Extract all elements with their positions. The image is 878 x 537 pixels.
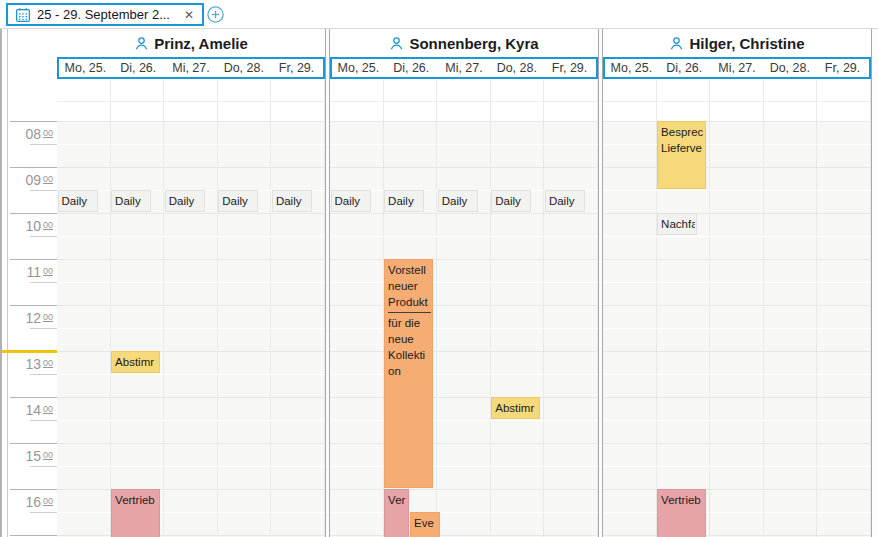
hour-label: 0800 <box>25 126 53 142</box>
hour-line <box>57 351 325 352</box>
hour-line <box>603 397 871 398</box>
subject-divider <box>388 312 431 313</box>
day-header-cell[interactable]: Mi, 27. <box>165 59 218 77</box>
day-header-cell[interactable]: Do, 28. <box>763 59 816 77</box>
hour-gridline <box>10 167 57 168</box>
day-header-cell[interactable]: Fr, 29. <box>543 59 596 77</box>
day-column[interactable] <box>603 80 657 537</box>
hour-line <box>330 213 598 214</box>
hour-line <box>57 489 325 490</box>
appointment-title: Vertrieb <box>115 492 158 508</box>
hour-line <box>57 167 325 168</box>
time-gutter: 080009001000110012001300140015001600 <box>8 29 58 537</box>
day-header-cell[interactable]: Mo, 25. <box>332 59 385 77</box>
hour-label: 1300 <box>25 356 53 372</box>
person-name: Sonnenberg, Kyra <box>409 35 538 52</box>
day-header-cell[interactable]: Mi, 27. <box>438 59 491 77</box>
day-header-cell[interactable]: Fr, 29. <box>816 59 869 77</box>
hour-line <box>57 397 325 398</box>
person-header: Prinz, Amelie <box>57 29 325 57</box>
day-column[interactable] <box>271 80 325 537</box>
day-header-cell[interactable]: Fr, 29. <box>270 59 323 77</box>
appointment[interactable]: Abstimr <box>491 397 540 419</box>
appointment[interactable]: Daily <box>331 190 371 212</box>
panel-splitter[interactable] <box>325 29 330 537</box>
day-column[interactable] <box>817 80 871 537</box>
half-hour-line <box>330 466 598 467</box>
work-hours-shading <box>164 121 217 537</box>
day-header-cell[interactable]: Do, 28. <box>490 59 543 77</box>
appointment[interactable]: Nachfas <box>657 213 697 235</box>
appointment-title: Daily <box>549 193 583 209</box>
day-column[interactable] <box>218 80 272 537</box>
appointment[interactable]: Daily <box>111 190 151 212</box>
hour-line <box>330 489 598 490</box>
calendar-tab[interactable]: 25 - 29. September 2... ✕ <box>6 3 204 26</box>
half-hour-line <box>603 282 871 283</box>
appointment[interactable]: Daily <box>165 190 205 212</box>
hour-line <box>603 489 871 490</box>
current-time-indicator <box>2 350 57 353</box>
half-hour-line <box>330 374 598 375</box>
panel-splitter[interactable] <box>598 29 603 537</box>
day-header-cell[interactable]: Mi, 27. <box>711 59 764 77</box>
half-hour-line <box>57 466 325 467</box>
work-hours-shading <box>437 121 490 537</box>
appointment[interactable]: Abstimr <box>111 351 160 373</box>
half-hour-line <box>330 282 598 283</box>
appointment-title: Vorstell <box>388 262 431 278</box>
appointment[interactable]: Daily <box>384 190 424 212</box>
half-hour-line <box>57 328 325 329</box>
day-header-cell[interactable]: Mo, 25. <box>605 59 658 77</box>
tab-title: 25 - 29. September 2... <box>37 7 170 22</box>
appointment[interactable]: BesprecLieferve <box>657 121 706 189</box>
hour-label: 1400 <box>25 402 53 418</box>
appointment-body: neue <box>388 331 431 347</box>
appointment[interactable]: Daily <box>438 190 478 212</box>
add-tab-button[interactable] <box>206 5 225 24</box>
work-hours-shading <box>330 121 383 537</box>
day-header-cell[interactable]: Di, 26. <box>658 59 711 77</box>
person-name: Hilger, Christine <box>689 35 804 52</box>
day-column[interactable] <box>437 80 491 537</box>
day-column[interactable] <box>491 80 545 537</box>
day-header-cell[interactable]: Di, 26. <box>385 59 438 77</box>
day-column[interactable] <box>710 80 764 537</box>
half-hour-line <box>57 101 325 102</box>
appointment[interactable]: VorstellneuerProduktfür dieneueKollektio… <box>384 259 433 488</box>
appointment[interactable]: Eve <box>410 512 440 537</box>
vertical-scrollbar[interactable] <box>872 29 878 537</box>
day-column[interactable] <box>330 80 384 537</box>
appointment-title: Produkt <box>388 294 431 310</box>
half-hour-tick <box>30 190 57 191</box>
appointment[interactable]: Daily <box>218 190 258 212</box>
hour-gridline <box>10 397 57 398</box>
half-hour-line <box>603 420 871 421</box>
hour-label: 1200 <box>25 310 53 326</box>
half-hour-line <box>330 328 598 329</box>
close-tab-icon[interactable]: ✕ <box>184 8 194 22</box>
appointment[interactable]: Daily <box>58 190 98 212</box>
day-grid: DailyDailyDailyDailyDailyAbstimrVertrieb <box>57 80 325 537</box>
day-column[interactable] <box>764 80 818 537</box>
day-header-cell[interactable]: Di, 26. <box>112 59 165 77</box>
day-column[interactable] <box>164 80 218 537</box>
day-header-cell[interactable]: Mo, 25. <box>59 59 112 77</box>
appointment[interactable]: Ver <box>384 489 409 537</box>
appointment[interactable]: Vertrieb <box>657 489 706 537</box>
day-header-cell[interactable]: Do, 28. <box>217 59 270 77</box>
half-hour-line <box>603 466 871 467</box>
day-column[interactable] <box>57 80 111 537</box>
work-hours-shading <box>218 121 271 537</box>
day-column[interactable] <box>544 80 598 537</box>
appointment[interactable]: Daily <box>272 190 312 212</box>
hour-gridline <box>10 489 57 490</box>
hour-line <box>330 259 598 260</box>
half-hour-tick <box>30 512 57 513</box>
day-column[interactable] <box>111 80 165 537</box>
half-hour-tick <box>30 420 57 421</box>
appointment[interactable]: Daily <box>491 190 531 212</box>
appointment[interactable]: Vertrieb <box>111 489 160 537</box>
appointment[interactable]: Daily <box>545 190 585 212</box>
left-splitter[interactable] <box>0 29 8 537</box>
